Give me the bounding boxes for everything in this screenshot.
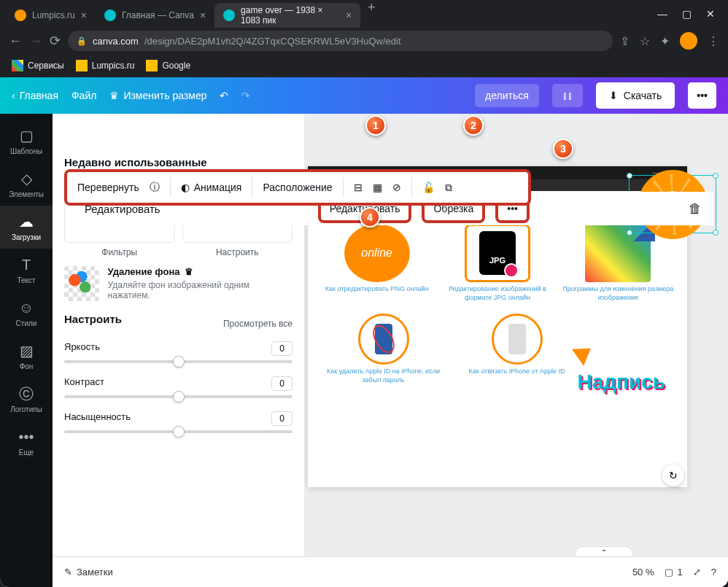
more-icon: •••	[18, 428, 35, 446]
bookmark-services[interactable]: Сервисы	[12, 60, 64, 71]
file-menu[interactable]: Файл	[71, 90, 96, 101]
brightness-slider[interactable]: Яркость0	[64, 341, 293, 363]
undo-icon[interactable]: ↶	[220, 90, 228, 101]
rotate-button[interactable]: ↻	[662, 464, 684, 486]
slider-knob[interactable]	[173, 391, 185, 403]
notes-button[interactable]: ✎ Заметки	[64, 567, 113, 578]
folder-icon	[76, 60, 88, 71]
adjust-label: Настроить	[182, 247, 293, 257]
rail-templates[interactable]: ▢Шаблоны	[0, 120, 53, 163]
resize-button[interactable]: ♛ Изменить размер	[109, 90, 206, 101]
transparency-icon[interactable]: ▦	[373, 182, 382, 193]
home-button[interactable]: ‹ Главная	[12, 90, 58, 101]
download-button[interactable]: ⬇Скачать	[596, 82, 675, 109]
saturation-slider[interactable]: Насыщенность0	[64, 411, 293, 433]
lock-icon[interactable]: 🔓	[422, 182, 435, 193]
bg-remove-desc: Удаляйте фон изображений одним нажатием.	[108, 280, 293, 300]
close-icon[interactable]: ×	[200, 9, 206, 21]
apps-icon	[12, 60, 23, 71]
zoom-level[interactable]: 50 %	[632, 567, 654, 578]
annotation-badge-3: 3	[553, 139, 573, 159]
fullscreen-icon[interactable]: ⤢	[693, 567, 701, 578]
slider-value[interactable]: 0	[271, 376, 293, 391]
bg-remove-title: Удаление фона	[108, 266, 180, 277]
minimize-icon[interactable]: —	[657, 8, 667, 20]
jpg-icon	[479, 231, 516, 275]
position-button[interactable]: Расположение	[263, 182, 332, 193]
animate-icon: ◐	[181, 182, 190, 193]
browser-titlebar: Lumpics.ru× Главная — Canva× game over —…	[0, 0, 728, 28]
forward-icon[interactable]: →	[29, 34, 42, 49]
slider-knob[interactable]	[173, 426, 185, 438]
tab-label: Главная — Canva	[122, 10, 194, 20]
bg-remove-thumb	[64, 266, 99, 301]
card-appleid-remove: Как удалить Apple ID на iPhone, если заб…	[320, 314, 447, 384]
rail-uploads[interactable]: ☁Загрузки	[0, 206, 53, 249]
more-button[interactable]: •••	[688, 82, 716, 109]
duplicate-icon[interactable]: ⧉	[445, 182, 452, 194]
new-tab-button[interactable]: +	[360, 0, 383, 28]
close-window-icon[interactable]: ✕	[706, 8, 715, 20]
rail-more[interactable]: •••Еще	[0, 421, 53, 464]
online-icon: online	[344, 224, 410, 282]
extension-icon[interactable]: ✦	[660, 34, 670, 48]
resize-handle[interactable]	[627, 173, 632, 179]
close-icon[interactable]: ×	[346, 9, 352, 21]
star-icon[interactable]: ☆	[640, 34, 650, 48]
profile-avatar[interactable]	[680, 32, 697, 50]
view-all-link[interactable]: Просмотреть все	[223, 319, 293, 329]
chart-icon[interactable]: ⫿⫿	[552, 84, 583, 107]
tab-lumpics[interactable]: Lumpics.ru×	[6, 3, 96, 28]
text-element[interactable]: Надпись	[578, 370, 665, 394]
slider-value[interactable]: 0	[271, 411, 293, 426]
annotation-badge-1: 1	[365, 115, 386, 136]
reload-icon[interactable]: ⟳	[50, 33, 61, 49]
maximize-icon[interactable]: ▢	[682, 8, 692, 20]
url-input[interactable]: 🔒 canva.com/design/DAE2pM1vh2Q/4ZGTqxCQS…	[68, 31, 613, 51]
link-icon[interactable]: ⊘	[392, 182, 401, 193]
recent-heading: Недавно использованные	[64, 156, 293, 168]
share-icon[interactable]: ⇪	[620, 34, 630, 48]
info-icon[interactable]: ⓘ	[150, 181, 160, 194]
bottom-bar: ✎ Заметки 50 % ▢1 ⤢ ?	[53, 556, 728, 587]
resize-handle[interactable]	[713, 230, 719, 236]
back-icon[interactable]: ←	[9, 34, 22, 49]
rail-text[interactable]: TТекст	[0, 249, 53, 292]
canva-app: ‹ Главная Файл ♛ Изменить размер ↶ ↷ дел…	[0, 77, 728, 587]
share-button[interactable]: делиться	[475, 84, 539, 107]
text-icon: T	[18, 256, 35, 273]
bookmark-label: Сервисы	[28, 61, 64, 71]
side-rail: ▢Шаблоны ◇Элементы ☁Загрузки TТекст ☺Сти…	[0, 114, 53, 587]
help-icon[interactable]: ?	[711, 567, 716, 578]
tab-label: game over — 1938 × 1083 пик	[241, 5, 340, 26]
tab-active[interactable]: game over — 1938 × 1083 пик×	[214, 3, 360, 28]
rail-logos[interactable]: ⓒЛоготипы	[0, 378, 53, 421]
bookmark-label: Lumpics.ru	[92, 61, 135, 71]
contrast-slider[interactable]: Контраст0	[64, 376, 293, 398]
bookmark-google[interactable]: Google	[146, 60, 190, 71]
resize-handle[interactable]	[627, 230, 632, 236]
menu-icon[interactable]: ⋮	[708, 34, 719, 48]
slider-value[interactable]: 0	[271, 341, 293, 356]
bookmark-lumpics[interactable]: Lumpics.ru	[76, 60, 135, 71]
crown-icon: ♛	[185, 266, 193, 277]
animate-button[interactable]: ◐ Анимация	[181, 182, 242, 193]
close-icon[interactable]: ×	[81, 9, 87, 21]
tab-canva-home[interactable]: Главная — Canva×	[96, 3, 214, 28]
templates-icon: ▢	[18, 127, 35, 144]
uploads-icon: ☁	[18, 213, 35, 230]
bg-remove-card[interactable]: Удаление фона ♛ Удаляйте фон изображений…	[53, 266, 304, 313]
card-png: onlineКак отредактировать PNG онлайн	[320, 224, 434, 302]
trash-icon[interactable]: 🗑	[689, 201, 702, 217]
resize-handle[interactable]	[713, 173, 719, 179]
rail-elements[interactable]: ◇Элементы	[0, 163, 53, 206]
rail-background[interactable]: ▨Фон	[0, 335, 53, 378]
paint-roller-icon[interactable]: ⊟	[354, 182, 363, 193]
background-icon: ▨	[18, 342, 35, 359]
redo-icon[interactable]: ↷	[241, 90, 250, 101]
page-indicator[interactable]: ▢1	[665, 567, 683, 578]
folder-icon	[146, 60, 158, 71]
flip-button[interactable]: Перевернуть	[77, 182, 139, 193]
rail-styles[interactable]: ☺Стили	[0, 292, 53, 335]
slider-knob[interactable]	[173, 356, 185, 368]
